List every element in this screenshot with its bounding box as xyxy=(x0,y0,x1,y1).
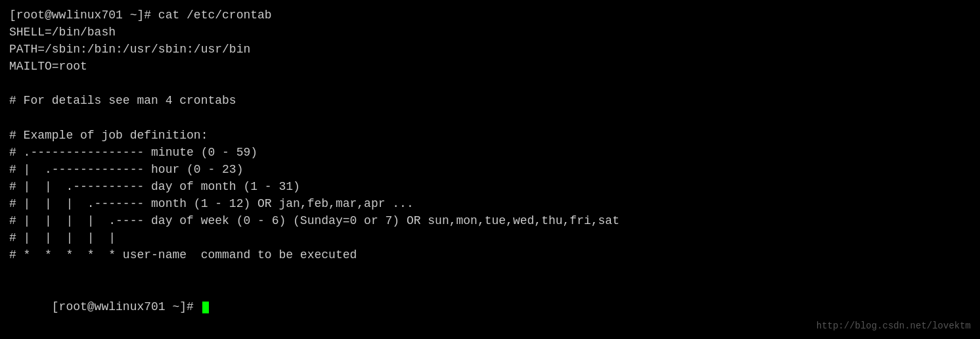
terminal-line: # | | | | | xyxy=(9,229,971,246)
terminal-output: [root@wwlinux701 ~]# cat /etc/crontab SH… xyxy=(9,7,971,332)
terminal-line-empty xyxy=(9,263,971,281)
prompt-text: [root@wwlinux701 ~]# xyxy=(52,300,201,313)
terminal-line: # .---------------- minute (0 - 59) xyxy=(9,144,971,161)
terminal-line: # | | | .------- month (1 - 12) OR jan,f… xyxy=(9,195,971,212)
terminal-line: SHELL=/bin/bash xyxy=(9,24,971,41)
terminal-line: # * * * * * user-name command to be exec… xyxy=(9,246,971,263)
terminal-line: # | .------------- hour (0 - 23) xyxy=(9,161,971,178)
watermark: http://blog.csdn.net/lovektm xyxy=(816,321,971,331)
terminal-line-empty xyxy=(9,75,971,92)
terminal-line: # For details see man 4 crontabs xyxy=(9,92,971,109)
terminal-line-empty xyxy=(9,110,971,127)
terminal-window[interactable]: [root@wwlinux701 ~]# cat /etc/crontab SH… xyxy=(0,0,980,339)
terminal-line: # | | .---------- day of month (1 - 31) xyxy=(9,178,971,195)
terminal-line: # | | | | .---- day of week (0 - 6) (Sun… xyxy=(9,212,971,229)
cursor-block xyxy=(202,302,209,313)
terminal-line: PATH=/sbin:/bin:/usr/sbin:/usr/bin xyxy=(9,41,971,58)
terminal-line: # Example of job definition: xyxy=(9,127,971,144)
terminal-line: [root@wwlinux701 ~]# cat /etc/crontab xyxy=(9,7,971,24)
terminal-line: MAILTO=root xyxy=(9,58,971,75)
